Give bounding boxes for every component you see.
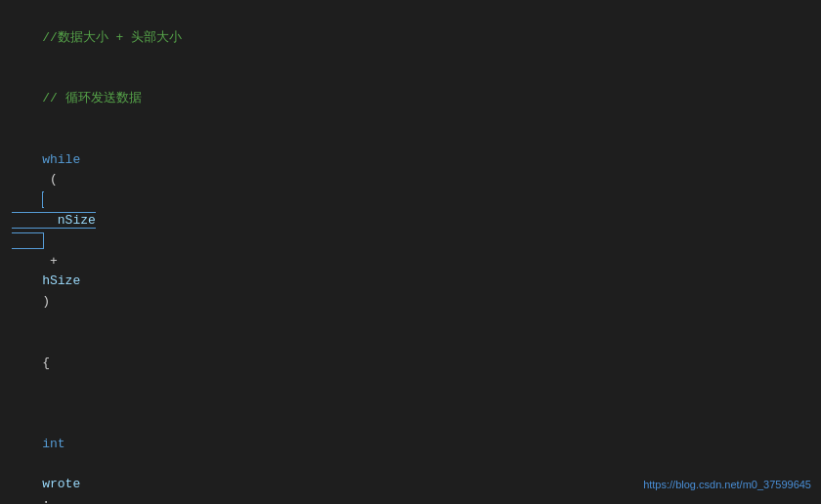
code-line-4: { [12,333,809,394]
code-line-2: // 循环发送数据 [12,68,809,129]
code-line-1: //数据大小 + 头部大小 [12,8,809,68]
plain-5b [42,457,50,472]
watermark: https://blog.csdn.net/m0_37599645 [643,477,811,494]
code-container: //数据大小 + 头部大小 // 循环发送数据 while ( nSize + … [0,0,821,504]
var-wrote: wrote [42,477,80,491]
code-line-3: while ( nSize + hSize ) [12,130,809,333]
kw-while: while [42,152,80,167]
plain-5a [42,416,72,431]
plain-4: { [42,356,50,370]
plain-5c: ; [42,497,50,504]
var-hsize-1: hSize [42,273,80,288]
var-nsize-1: nSize [58,213,96,228]
comment-1: //数据大小 + 头部大小 [42,30,182,45]
plain-3b: + [42,254,65,269]
highlight-nsize-1: nSize [12,191,96,249]
plain-3a: ( [42,172,58,187]
kw-int: int [42,437,65,451]
plain-3c: ) [42,294,50,309]
comment-2: // 循环发送数据 [42,91,141,105]
